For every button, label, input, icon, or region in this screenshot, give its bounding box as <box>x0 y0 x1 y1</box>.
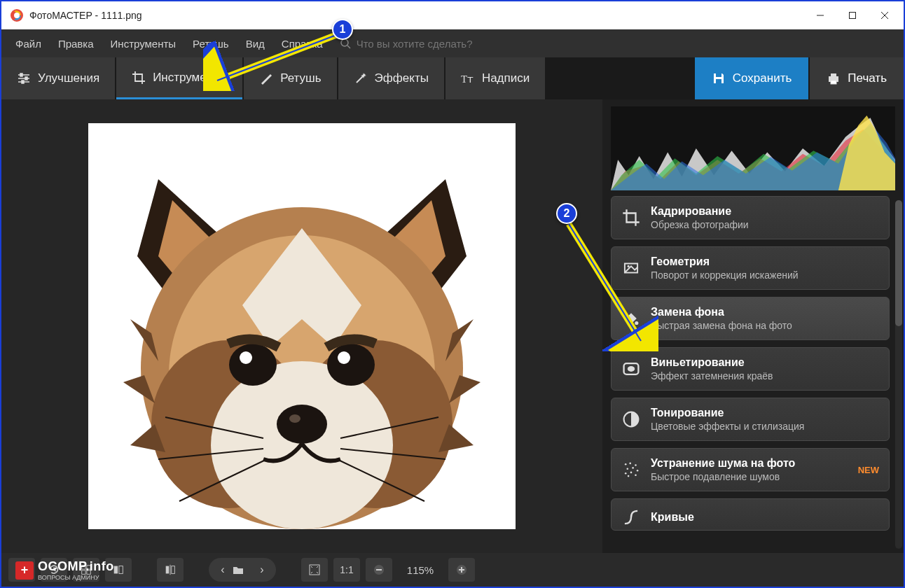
scrollbar[interactable] <box>895 200 902 549</box>
bucket-icon <box>621 309 641 328</box>
tool-title: Замена фона <box>651 306 879 318</box>
menu-view[interactable]: Вид <box>239 34 272 54</box>
save-button[interactable]: Сохранить <box>695 57 808 99</box>
new-badge: NEW <box>858 465 879 475</box>
svg-point-55 <box>628 265 630 267</box>
tool-toning[interactable]: Тонирование Цветовые эффекты и стилизаци… <box>611 398 890 441</box>
actual-size[interactable]: 1:1 <box>333 558 360 582</box>
menubar: Файл Правка Инструменты Ретушь Вид Справ… <box>1 29 904 57</box>
statusbar: ‹ › 1:1 115% <box>1 553 904 587</box>
svg-point-34 <box>338 351 350 364</box>
callout-2: 2 <box>556 203 577 224</box>
svg-point-60 <box>625 463 627 465</box>
mirror-button[interactable] <box>157 558 184 582</box>
tab-label: Ретушь <box>280 71 321 85</box>
tab-tools[interactable]: Инструменты <box>116 57 242 99</box>
brush-icon <box>259 71 273 85</box>
canvas-image <box>88 123 516 529</box>
svg-point-35 <box>277 405 327 444</box>
tool-bg-replace[interactable]: Замена фона Быстрая замена фона на фото <box>611 297 890 340</box>
callout-1: 1 <box>332 19 353 40</box>
menu-edit[interactable]: Правка <box>51 34 101 54</box>
svg-point-64 <box>632 467 634 469</box>
menu-file[interactable]: Файл <box>8 34 48 54</box>
wand-icon <box>354 71 368 85</box>
menu-help[interactable]: Справка <box>275 34 330 54</box>
svg-rect-77 <box>172 566 175 574</box>
watermark: + OCOMP.info ВОПРОСЫ АДМИНУ <box>15 559 114 581</box>
right-panel: Кадрирование Обрезка фотографии Геометри… <box>602 99 904 553</box>
geometry-icon <box>621 258 641 278</box>
svg-point-61 <box>629 463 631 465</box>
svg-point-33 <box>240 351 252 364</box>
tool-title: Тонирование <box>651 407 879 419</box>
tab-effects[interactable]: Эффекты <box>338 57 444 99</box>
tab-retouch[interactable]: Ретушь <box>244 57 336 99</box>
tab-text[interactable]: Tᴛ Надписи <box>445 57 545 99</box>
window-title: ФотоМАСТЕР - 1111.png <box>29 10 804 21</box>
minimize-button[interactable] <box>804 1 836 29</box>
crop-icon <box>132 71 146 85</box>
sliders-icon <box>17 71 31 85</box>
zoom-out[interactable] <box>366 558 392 582</box>
tool-geometry[interactable]: Геометрия Поворот и коррекция искажений <box>611 246 890 290</box>
svg-rect-3 <box>850 13 856 19</box>
main-area: Кадрирование Обрезка фотографии Геометри… <box>1 99 904 553</box>
tool-title: Кадрирование <box>651 205 879 218</box>
app-icon <box>10 8 24 22</box>
search-input[interactable] <box>357 38 511 50</box>
tool-title: Устранение шума на фото <box>651 457 848 470</box>
svg-text:Tᴛ: Tᴛ <box>461 74 474 85</box>
tab-label: Эффекты <box>375 71 429 85</box>
scrollbar-thumb[interactable] <box>895 200 902 326</box>
svg-point-56 <box>635 321 638 325</box>
tool-desc: Быстрое подавление шумов <box>651 471 848 482</box>
search-wrap <box>340 38 511 50</box>
tool-desc: Обрезка фотографии <box>651 219 879 230</box>
zoom-value: 115% <box>398 564 443 576</box>
tool-title: Кривые <box>651 511 879 524</box>
tool-desc: Поворот и коррекция искажений <box>651 270 879 281</box>
svg-line-7 <box>347 46 350 48</box>
next-file[interactable]: › <box>252 564 272 576</box>
svg-point-62 <box>635 464 637 466</box>
tab-improvements[interactable]: Улучшения <box>1 57 115 99</box>
svg-rect-19 <box>831 80 836 84</box>
print-button[interactable]: Печать <box>810 57 904 99</box>
fit-screen[interactable] <box>301 558 328 582</box>
tool-desc: Быстрая замена фона на фото <box>651 320 879 331</box>
menu-retouch[interactable]: Ретушь <box>186 34 236 54</box>
text-icon: Tᴛ <box>461 71 475 85</box>
watermark-text: OCOMP.info ВОПРОСЫ АДМИНУ <box>38 559 114 581</box>
close-button[interactable] <box>869 1 901 29</box>
canvas-area[interactable] <box>1 99 602 553</box>
prev-file[interactable]: ‹ <box>213 564 233 576</box>
print-icon <box>827 71 841 85</box>
print-label: Печать <box>848 71 887 85</box>
svg-point-31 <box>229 344 277 386</box>
svg-point-68 <box>635 475 637 477</box>
save-icon <box>712 71 726 85</box>
svg-rect-76 <box>166 566 170 574</box>
toning-icon <box>621 410 641 429</box>
zoom-in[interactable] <box>448 558 475 582</box>
svg-rect-12 <box>25 77 27 80</box>
menu-tools[interactable]: Инструменты <box>104 34 184 54</box>
tab-label: Улучшения <box>38 71 99 85</box>
tool-curves[interactable]: Кривые <box>611 498 890 531</box>
tab-label: Инструменты <box>153 71 227 85</box>
tools-list: Кадрирование Обрезка фотографии Геометри… <box>602 196 904 553</box>
svg-point-6 <box>341 39 348 46</box>
tool-crop[interactable]: Кадрирование Обрезка фотографии <box>611 196 890 239</box>
tool-denoise[interactable]: Устранение шума на фото Быстрое подавлен… <box>611 448 890 491</box>
tab-label: Надписи <box>482 71 530 85</box>
svg-rect-74 <box>114 566 118 574</box>
svg-rect-75 <box>119 566 123 574</box>
tool-vignette[interactable]: Виньетирование Эффект затемнения краёв <box>611 347 890 391</box>
svg-point-69 <box>628 475 630 477</box>
maximize-button[interactable] <box>836 1 869 29</box>
open-file[interactable] <box>233 565 252 575</box>
watermark-brand: OCOMP.info <box>38 559 114 573</box>
histogram[interactable] <box>611 106 895 190</box>
svg-point-65 <box>637 470 639 472</box>
